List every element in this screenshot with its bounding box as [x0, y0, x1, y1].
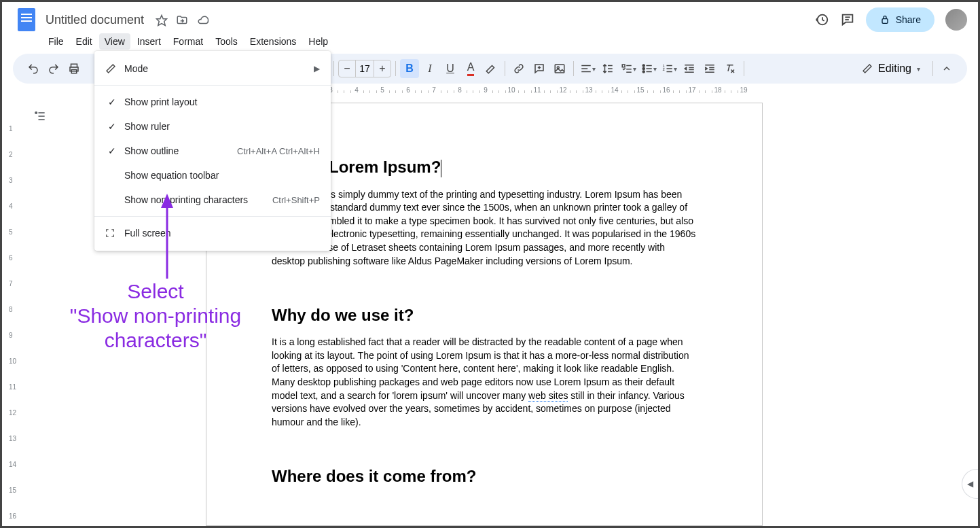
svg-rect-4 — [882, 19, 888, 24]
paragraph-1: is simply dummy text of the printing and… — [272, 188, 697, 268]
increase-indent-button[interactable] — [700, 59, 719, 78]
svg-rect-10 — [555, 65, 564, 73]
menu-insert[interactable]: Insert — [132, 33, 166, 50]
font-size-value[interactable]: 17 — [355, 60, 374, 77]
share-label: Share — [896, 14, 921, 25]
paragraph-2: It is a long established fact that a rea… — [272, 336, 697, 429]
fullscreen-icon — [105, 228, 119, 238]
svg-point-24 — [642, 71, 645, 73]
highlight-button[interactable] — [482, 59, 501, 78]
text-color-button[interactable]: A — [461, 59, 480, 78]
editing-mode-button[interactable]: Editing ▾ — [854, 60, 928, 77]
move-icon[interactable] — [176, 14, 188, 27]
insert-comment-button[interactable] — [530, 59, 549, 78]
svg-rect-18 — [622, 65, 625, 67]
undo-button[interactable] — [24, 59, 43, 78]
share-button[interactable]: Share — [866, 7, 934, 32]
menu-item-show-equation-toolbar[interactable]: Show equation toolbar — [94, 163, 331, 188]
history-icon[interactable] — [814, 12, 829, 27]
collapse-toolbar-button[interactable] — [937, 59, 956, 78]
numbered-list-button[interactable]: 12▾ — [659, 59, 678, 78]
check-icon: ✓ — [105, 145, 119, 156]
svg-point-22 — [642, 65, 645, 67]
heading-why: Why do we use it? — [272, 306, 697, 325]
menu-help[interactable]: Help — [303, 33, 333, 50]
print-button[interactable] — [65, 59, 84, 78]
check-icon: ✓ — [105, 121, 119, 132]
insert-image-button[interactable] — [550, 59, 569, 78]
redo-button[interactable] — [44, 59, 63, 78]
chevron-right-icon: ▶ — [314, 64, 320, 73]
docs-logo[interactable] — [13, 6, 40, 33]
font-size-increase[interactable]: + — [374, 60, 391, 77]
star-icon[interactable] — [156, 14, 168, 27]
menu-format[interactable]: Format — [168, 33, 208, 50]
menu-item-show-print-layout[interactable]: ✓ Show print layout — [94, 90, 331, 114]
align-button[interactable]: ▾ — [578, 59, 597, 78]
vertical-ruler[interactable]: 12345678910111213141516 — [9, 103, 20, 526]
menu-item-mode[interactable]: Mode ▶ — [94, 56, 331, 81]
menu-item-show-outline[interactable]: ✓ Show outline Ctrl+Alt+A Ctrl+Alt+H — [94, 139, 331, 163]
menu-separator — [94, 216, 331, 217]
clear-formatting-button[interactable] — [721, 59, 740, 78]
decrease-indent-button[interactable] — [680, 59, 699, 78]
italic-button[interactable]: I — [420, 59, 439, 78]
menu-item-show-non-printing-characters[interactable]: Show non-printing characters Ctrl+Shift+… — [94, 188, 331, 212]
account-avatar[interactable] — [945, 9, 967, 31]
menu-extensions[interactable]: Extensions — [244, 33, 302, 50]
show-outline-button[interactable] — [29, 105, 51, 127]
comments-icon[interactable] — [840, 12, 855, 27]
svg-marker-0 — [156, 16, 166, 26]
view-menu-dropdown: Mode ▶ ✓ Show print layout ✓ Show ruler … — [94, 51, 331, 251]
svg-text:2: 2 — [662, 67, 665, 71]
cloud-status-icon[interactable] — [196, 14, 210, 27]
menu-separator — [94, 85, 331, 86]
bulleted-list-button[interactable]: ▾ — [639, 59, 658, 78]
line-spacing-button[interactable] — [598, 59, 617, 78]
menu-file[interactable]: File — [43, 33, 69, 50]
menu-tools[interactable]: Tools — [210, 33, 243, 50]
font-size-decrease[interactable]: − — [339, 60, 355, 77]
svg-point-23 — [642, 68, 645, 70]
link-web-sites[interactable]: web sites — [528, 390, 568, 402]
document-title[interactable]: Untitled document — [46, 13, 144, 27]
checklist-button[interactable]: ▾ — [619, 59, 638, 78]
heading-lorem: Lorem Ipsum? — [272, 158, 697, 177]
font-size-control: − 17 + — [338, 60, 391, 77]
menu-view[interactable]: View — [99, 33, 130, 50]
menu-item-show-ruler[interactable]: ✓ Show ruler — [94, 114, 331, 139]
svg-point-41 — [35, 112, 37, 114]
heading-where: Where does it come from? — [272, 467, 697, 486]
bold-button[interactable]: B — [400, 59, 419, 78]
menu-item-full-screen[interactable]: Full screen — [94, 221, 331, 245]
check-icon: ✓ — [105, 96, 119, 107]
underline-button[interactable]: U — [441, 59, 460, 78]
insert-link-button[interactable] — [509, 59, 528, 78]
editing-mode-label: Editing — [878, 63, 911, 75]
side-panel-toggle[interactable]: ◀ — [962, 469, 978, 499]
chevron-down-icon: ▾ — [917, 65, 920, 73]
menu-edit[interactable]: Edit — [71, 33, 98, 50]
